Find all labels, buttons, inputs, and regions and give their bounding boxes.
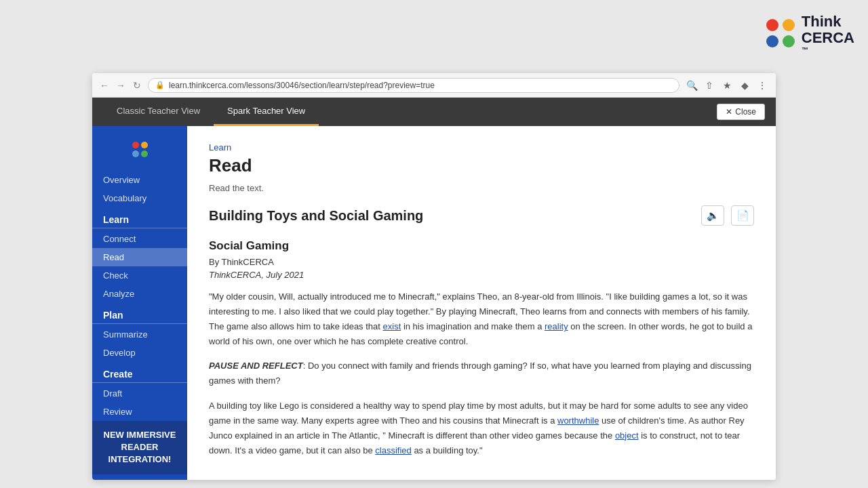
pause-reflect-label: PAUSE AND REFLECT: [209, 361, 303, 371]
sidebar-item-draft[interactable]: Draft: [92, 384, 187, 403]
instruction-text: Read the text.: [209, 183, 754, 193]
sidebar-logo-dots: [132, 142, 148, 157]
content-area: Learn Read Read the text. Building Toys …: [187, 126, 776, 480]
forward-button[interactable]: →: [115, 80, 126, 91]
classic-teacher-tab[interactable]: Classic Teacher View: [103, 98, 214, 126]
sidebar-section-create: Create: [92, 362, 187, 383]
article-date: ThinkCERCA, July 2021: [209, 270, 754, 280]
sidebar-item-connect[interactable]: Connect: [92, 230, 187, 248]
address-bar[interactable]: 🔒 learn.thinkcerca.com/lessons/30046/sec…: [148, 78, 679, 93]
page-title: Read: [209, 155, 754, 176]
logo-dot-blue: [766, 35, 778, 47]
bookmark-icon[interactable]: ★: [720, 79, 734, 92]
logo-dots: [766, 19, 796, 49]
browser-bar: ← → ↻ 🔒 learn.thinkcerca.com/lessons/300…: [92, 73, 776, 98]
logo-text: Think CERCA™: [802, 14, 854, 54]
reload-button[interactable]: ↻: [132, 80, 142, 91]
sidebar-dot-blue: [132, 150, 139, 157]
sidebar-item-vocabulary[interactable]: Vocabulary: [92, 189, 187, 207]
sidebar-dot-yellow: [141, 142, 148, 148]
logo-think: Think: [802, 14, 854, 30]
url-text: learn.thinkcerca.com/lessons/30046/secti…: [169, 81, 435, 90]
article-para-2: A building toy like Lego is considered a…: [209, 399, 754, 458]
browser-window: ← → ↻ 🔒 learn.thinkcerca.com/lessons/300…: [92, 73, 776, 480]
article-section-title: Social Gaming: [209, 239, 754, 253]
lock-icon: 🔒: [155, 81, 165, 89]
sidebar-logo: [92, 137, 187, 160]
sidebar-item-analyze[interactable]: Analyze: [92, 285, 187, 303]
back-button[interactable]: ←: [99, 80, 110, 91]
extension-icon[interactable]: ◆: [738, 79, 751, 92]
logo-dot-red: [766, 19, 778, 31]
close-label: Close: [735, 107, 756, 117]
article-title-row: Building Toys and Social Gaming 🔈 📄: [209, 205, 754, 226]
sidebar-dot-green: [141, 150, 148, 157]
sidebar-section-plan: Plan: [92, 303, 187, 324]
reader-button[interactable]: 📄: [731, 205, 754, 226]
link-worthwhile[interactable]: worthwhile: [557, 415, 599, 426]
article-title: Building Toys and Social Gaming: [209, 208, 694, 224]
sidebar-item-review[interactable]: Review: [92, 403, 187, 421]
promo-box: NEW IMMERSIVE READER INTEGRATION!: [92, 421, 187, 474]
share-icon[interactable]: ⇧: [703, 79, 716, 92]
link-reality[interactable]: reality: [545, 321, 568, 331]
sidebar-dot-red: [132, 142, 139, 148]
main-layout: Overview Vocabulary Learn Connect Read C…: [92, 126, 776, 480]
logo-dot-green: [783, 35, 795, 47]
menu-icon[interactable]: ⋮: [755, 79, 769, 92]
link-object[interactable]: object: [615, 430, 639, 441]
teacher-tabs: Classic Teacher View Spark Teacher View …: [92, 98, 776, 126]
sidebar-section-learn: Learn: [92, 207, 187, 228]
article-byline: By ThinkCERCA: [209, 257, 754, 267]
close-x-icon: ✕: [726, 107, 732, 117]
sidebar-item-develop[interactable]: Develop: [92, 344, 187, 362]
article-para-1: "My older cousin, Will, actually introdu…: [209, 289, 754, 349]
close-button[interactable]: ✕ Close: [717, 104, 765, 120]
article-para-reflect: PAUSE AND REFLECT: Do you connect with f…: [209, 359, 754, 388]
sidebar-item-check[interactable]: Check: [92, 266, 187, 285]
sidebar-item-summarize[interactable]: Summarize: [92, 325, 187, 344]
browser-actions: 🔍 ⇧ ★ ◆ ⋮: [685, 79, 769, 92]
search-icon[interactable]: 🔍: [685, 79, 698, 92]
audio-button[interactable]: 🔈: [701, 205, 724, 226]
link-exist[interactable]: exist: [383, 321, 401, 331]
spark-teacher-tab[interactable]: Spark Teacher View: [214, 98, 319, 126]
logo-dot-yellow: [783, 19, 795, 31]
sidebar-item-read[interactable]: Read: [92, 248, 187, 266]
sidebar-item-overview[interactable]: Overview: [92, 171, 187, 189]
sidebar: Overview Vocabulary Learn Connect Read C…: [92, 126, 187, 480]
thinkcerca-logo: Think CERCA™: [766, 14, 854, 54]
logo-cerca: CERCA™: [802, 30, 854, 54]
section-label: Learn: [209, 142, 754, 152]
link-classified[interactable]: classified: [375, 445, 411, 455]
